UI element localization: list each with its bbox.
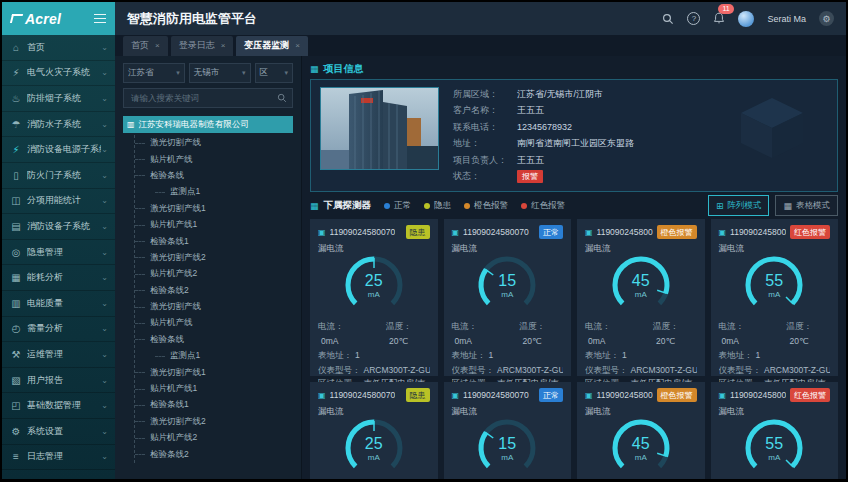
tree-node[interactable]: 激光切割产线1 [135,201,293,217]
sidebar: Acrel ⌂ 首页 ⌄ ⚡ 电气火灾子系统 ⌄ ♨ 防排烟子系统 [2,2,115,479]
detector-card[interactable]: ▣ 11909024580070 红色报警 漏电流 55 mA [711,382,839,479]
sidebar-item[interactable]: ▤ 消防设备子系统 ⌄ [2,214,115,240]
tab[interactable]: 登录日志 × [171,36,234,56]
sidebar-item[interactable]: ☂ 消防水子系统 ⌄ [2,112,115,138]
sidebar-item[interactable]: ▥ 电能质量 ⌄ [2,291,115,317]
current-row: 电流：0mA [452,319,494,348]
chevron-down-icon: ⌄ [101,248,108,257]
tree-node[interactable]: 激光切割产线 [135,299,293,315]
sidebar-item[interactable]: ▯ 防火门子系统 ⌄ [2,163,115,189]
sidebar-item[interactable]: ⌂ 首页 ⌄ [2,35,115,61]
tree-node[interactable]: 贴片机产线 [135,315,293,331]
detector-card[interactable]: ▣ 11909024580070 橙色报警 漏电流 45 mA [577,382,705,479]
menu-collapse-icon[interactable] [94,11,106,26]
tree-node[interactable]: 检验条线 [135,332,293,348]
sidebar-item[interactable]: ⚒ 运维管理 ⌄ [2,342,115,368]
search-icon[interactable] [277,93,287,103]
alarm-status-badge: 报警 [517,170,543,183]
legend-label: 红色报警 [531,200,565,212]
view-mode-button[interactable]: ⊞ 阵列模式 [708,195,770,216]
tree-node-label: 检验条线2 [150,449,189,461]
sidebar-item[interactable]: ▧ 用户报告 ⌄ [2,368,115,394]
temperature-row: 温度：20℃ [653,319,696,348]
chevron-down-icon: ▾ [176,69,180,77]
sidebar-item[interactable]: ▦ 能耗分析 ⌄ [2,265,115,291]
close-icon[interactable]: × [221,41,226,50]
metric-label: 漏电流 [719,243,831,255]
tab[interactable]: 首页 × [123,36,168,56]
tree-node[interactable]: 激光切割产线2 [135,414,293,430]
district-select[interactable]: 区 ▾ [255,63,293,83]
leakage-gauge: 45 mA [585,255,697,315]
current-row: 电流：0mA [719,319,761,348]
status-badge: 橙色报警 [657,225,697,239]
project-field: 所属区域： 江苏省/无锡市/江阴市 [453,88,634,101]
tree-node[interactable]: 贴片机产线2 [135,266,293,282]
detector-card[interactable]: ▣ 11909024580070 红色报警 漏电流 55 mA [711,219,839,376]
notifications-bell-icon[interactable]: 11 [713,12,725,25]
tree-node-label: 贴片机产线2 [150,268,197,280]
leakage-gauge: 55 mA [719,255,831,315]
sidebar-item[interactable]: ⚡ 电气火灾子系统 ⌄ [2,61,115,87]
legend-dot [424,203,430,209]
tree-node[interactable]: 贴片机产线 [135,151,293,167]
tree-node[interactable]: 激光切割产线2 [135,250,293,266]
tab-label: 登录日志 [179,39,215,52]
sidebar-item-icon: ▧ [9,375,23,386]
search-icon[interactable] [662,13,674,25]
avatar[interactable] [738,11,754,27]
sidebar-item[interactable]: ⚡ 消防设备电源子系统 ⌄ [2,137,115,163]
device-id: 11909024580070 [330,390,396,400]
chevron-down-icon: ⌄ [101,94,108,103]
detector-card[interactable]: ▣ 11909024580070 正常 漏电流 15 mA [444,382,572,479]
search-input[interactable] [129,92,277,104]
tab[interactable]: 变压器监测 × [236,36,308,56]
project-photo [320,87,439,170]
sidebar-item[interactable]: ◰ 基础数据管理 ⌄ [2,393,115,419]
sidebar-item[interactable]: ◴ 需量分析 ⌄ [2,317,115,343]
sidebar-item[interactable]: ◎ 隐患管理 ⌄ [2,240,115,266]
detector-card[interactable]: ▣ 11909024580070 橙色报警 漏电流 45 mA [577,219,705,376]
metric-label: 漏电流 [585,406,697,418]
tree-node[interactable]: 检验条线 [135,168,293,184]
sidebar-item[interactable]: ⚙ 系统设置 ⌄ [2,419,115,445]
device-id: 11909024580070 [730,227,786,237]
detector-card[interactable]: ▣ 11909024580070 隐患 漏电流 25 mA [310,382,438,479]
tree-node[interactable]: 激光切割产线 [135,135,293,151]
sidebar-item[interactable]: ◫ 分项用能统计 ⌄ [2,189,115,215]
sidebar-item[interactable]: ≡ 日志管理 ⌄ [2,445,115,471]
tree-node[interactable]: 检验条线2 [135,446,293,462]
address-row: 表地址：1 [318,348,430,363]
gear-icon[interactable]: ⚙ [819,11,834,26]
username[interactable]: Serati Ma [767,14,806,24]
field-value: 南闸省道南闸工业园区东盟路 [517,137,634,150]
detector-card[interactable]: ▣ 11909024580070 隐患 漏电流 25 mA [310,219,438,376]
view-mode-button[interactable]: ▦ 表格模式 [775,195,838,216]
tree-node[interactable]: 监测点1 [135,348,293,364]
gauge-unit: mA [318,290,430,299]
close-icon[interactable]: × [155,41,160,50]
tree-root-company[interactable]: ▥ 江苏安科瑞电器制造有限公司 [123,116,293,133]
tree-node[interactable]: 检验条线1 [135,397,293,413]
province-select[interactable]: 江苏省 ▾ [123,63,185,83]
status-badge: 红色报警 [790,225,830,239]
chevron-down-icon: ⌄ [101,324,108,333]
detector-card[interactable]: ▣ 11909024580070 正常 漏电流 15 mA [444,219,572,376]
project-field: 项目负责人： 王五五 [453,154,634,167]
province-value: 江苏省 [128,67,154,79]
tree-node[interactable]: 监测点1 [135,184,293,200]
tree-node[interactable]: 贴片机产线1 [135,381,293,397]
tree-node[interactable]: 贴片机产线2 [135,430,293,446]
legend-label: 隐患 [434,200,451,212]
sidebar-item[interactable]: ♨ 防排烟子系统 ⌄ [2,86,115,112]
tree-node-label: 监测点1 [170,186,200,198]
tree-node[interactable]: 贴片机产线1 [135,217,293,233]
close-icon[interactable]: × [295,41,300,50]
tree-node[interactable]: 激光切割产线1 [135,364,293,380]
help-icon[interactable]: ? [687,12,700,25]
tree-node[interactable]: 检验条线1 [135,233,293,249]
chevron-down-icon: ⌄ [101,427,108,436]
tree-node[interactable]: 检验条线2 [135,283,293,299]
city-select[interactable]: 无锡市 ▾ [189,63,251,83]
metric-label: 漏电流 [452,406,564,418]
